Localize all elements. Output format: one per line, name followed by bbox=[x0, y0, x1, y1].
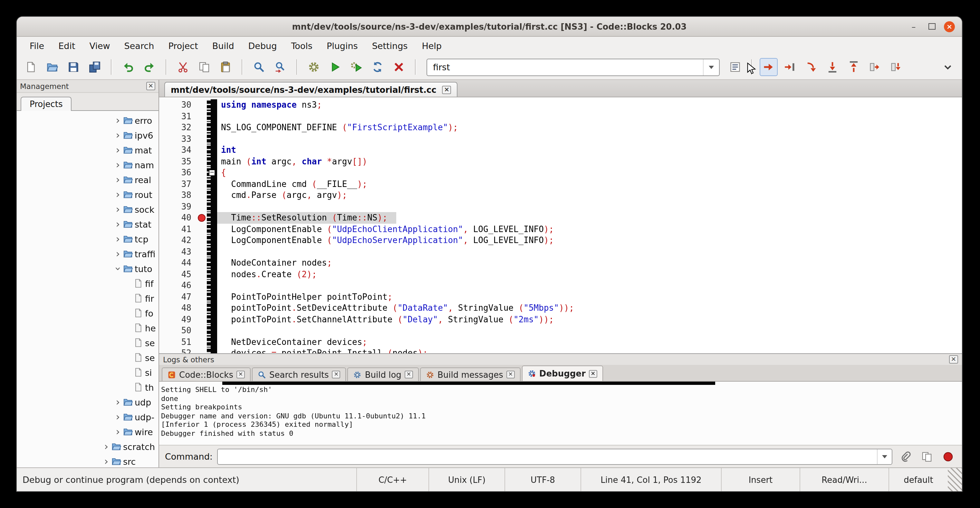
menu-project[interactable]: Project bbox=[162, 39, 204, 53]
next-line-button[interactable] bbox=[802, 58, 820, 76]
code-line[interactable]: 41 LogComponentEnable ("UdpEchoClientApp… bbox=[159, 223, 962, 235]
marker-margin[interactable] bbox=[197, 314, 207, 325]
command-input[interactable] bbox=[218, 452, 877, 461]
debug-continue-button[interactable] bbox=[760, 58, 778, 76]
tree-item[interactable]: ›stat bbox=[17, 217, 159, 231]
marker-margin[interactable] bbox=[197, 201, 207, 212]
marker-margin[interactable] bbox=[197, 167, 207, 178]
search-combobox[interactable]: first bbox=[426, 58, 720, 76]
marker-margin[interactable] bbox=[197, 99, 207, 111]
fold-margin[interactable] bbox=[207, 291, 217, 303]
tree-item[interactable]: ›rout bbox=[17, 187, 159, 202]
cut-button[interactable] bbox=[174, 58, 192, 76]
tree-item[interactable]: he bbox=[17, 320, 159, 335]
code-line[interactable]: 42 LogComponentEnable ("UdpEchoServerApp… bbox=[159, 235, 962, 246]
step-into-instruction-button[interactable] bbox=[887, 58, 905, 76]
marker-margin[interactable] bbox=[197, 156, 207, 167]
tree-item[interactable]: ›udp bbox=[17, 395, 159, 409]
undo-button[interactable] bbox=[119, 58, 137, 76]
tab-projects[interactable]: Projects bbox=[21, 97, 72, 111]
tree-item[interactable]: ›traffi bbox=[17, 246, 159, 261]
replace-button[interactable] bbox=[271, 58, 289, 76]
marker-margin[interactable] bbox=[197, 178, 207, 190]
marker-margin[interactable] bbox=[197, 257, 207, 269]
chevron-icon[interactable]: › bbox=[113, 397, 123, 407]
marker-margin[interactable] bbox=[197, 144, 207, 156]
fold-margin[interactable] bbox=[207, 235, 217, 246]
code-line[interactable]: 38 cmd.Parse (argc, argv); bbox=[159, 190, 962, 201]
log-tab-search-results[interactable]: Search results× bbox=[252, 368, 346, 381]
menu-build[interactable]: Build bbox=[206, 39, 241, 53]
debugger-output[interactable]: Setting SHELL to '/bin/sh'doneSetting br… bbox=[159, 382, 962, 445]
marker-margin[interactable] bbox=[197, 122, 207, 133]
tree-item[interactable]: ›mat bbox=[17, 142, 159, 157]
tree-item[interactable]: ›sock bbox=[17, 202, 159, 217]
next-instruction-button[interactable] bbox=[866, 58, 884, 76]
menu-view[interactable]: View bbox=[83, 39, 117, 53]
tree-item[interactable]: th bbox=[17, 380, 159, 395]
code-line[interactable]: 50 bbox=[159, 325, 962, 336]
code-line[interactable]: 30using namespace ns3; bbox=[159, 99, 962, 111]
editor-tab[interactable]: mnt/dev/tools/source/ns-3-dev/examples/t… bbox=[164, 82, 458, 97]
code-line[interactable]: 45 nodes.Create (2); bbox=[159, 269, 962, 280]
close-logs-icon[interactable]: × bbox=[949, 355, 958, 364]
save-button[interactable] bbox=[64, 58, 83, 76]
fold-margin[interactable] bbox=[207, 144, 217, 156]
menu-file[interactable]: File bbox=[23, 39, 51, 53]
chevron-icon[interactable]: › bbox=[113, 427, 123, 437]
run-to-cursor-button[interactable] bbox=[781, 58, 799, 76]
fold-margin[interactable] bbox=[207, 257, 217, 269]
chevron-icon[interactable]: › bbox=[113, 174, 123, 185]
menu-edit[interactable]: Edit bbox=[52, 39, 81, 53]
marker-margin[interactable] bbox=[197, 280, 207, 291]
fold-margin[interactable] bbox=[207, 347, 217, 353]
close-log-tab-icon[interactable]: × bbox=[405, 371, 413, 378]
tree-item[interactable]: ›tcp bbox=[17, 231, 159, 246]
marker-margin[interactable] bbox=[197, 212, 207, 223]
log-tab-debugger[interactable]: Debugger× bbox=[522, 366, 603, 381]
close-tab-icon[interactable]: × bbox=[442, 85, 451, 94]
marker-margin[interactable] bbox=[197, 303, 207, 314]
fold-margin[interactable] bbox=[207, 201, 217, 212]
fold-margin[interactable] bbox=[207, 99, 217, 111]
log-tab-code-blocks[interactable]: Code::Blocks× bbox=[162, 368, 251, 381]
code-line[interactable]: 37 CommandLine cmd (__FILE__); bbox=[159, 178, 962, 190]
code-line[interactable]: 35main (int argc, char *argv[]) bbox=[159, 156, 962, 167]
fold-marker-icon[interactable]: − bbox=[209, 170, 215, 176]
tree-item[interactable]: se bbox=[17, 350, 159, 365]
code-line[interactable]: 32NS_LOG_COMPONENT_DEFINE ("FirstScriptE… bbox=[159, 122, 962, 133]
marker-margin[interactable] bbox=[197, 325, 207, 336]
code-line[interactable]: 48 pointToPoint.SetDeviceAttribute ("Dat… bbox=[159, 303, 962, 314]
abort-build-button[interactable] bbox=[390, 58, 408, 76]
title-bar[interactable]: mnt/dev/tools/source/ns-3-dev/examples/t… bbox=[17, 17, 962, 37]
marker-margin[interactable] bbox=[197, 111, 207, 122]
tree-item[interactable]: ›udp- bbox=[17, 409, 159, 424]
code-line[interactable]: 44 NodeContainer nodes; bbox=[159, 257, 962, 269]
copy-log-button[interactable] bbox=[918, 448, 935, 465]
chevron-icon[interactable]: › bbox=[113, 204, 123, 214]
code-area[interactable]: 30using namespace ns3;3132NS_LOG_COMPONE… bbox=[159, 97, 962, 353]
chevron-icon[interactable]: › bbox=[102, 456, 111, 467]
new-file-button[interactable] bbox=[22, 58, 40, 76]
tree-item[interactable]: fo bbox=[17, 306, 159, 320]
fold-margin[interactable] bbox=[207, 314, 217, 325]
menu-debug[interactable]: Debug bbox=[242, 39, 283, 53]
tree-item[interactable]: si bbox=[17, 365, 159, 380]
build-button[interactable] bbox=[305, 58, 323, 76]
resize-grip-icon[interactable] bbox=[948, 468, 962, 491]
chevron-icon[interactable]: › bbox=[113, 159, 123, 170]
close-log-tab-icon[interactable]: × bbox=[237, 371, 245, 378]
build-and-run-button[interactable] bbox=[347, 58, 365, 76]
chevron-icon[interactable]: › bbox=[113, 219, 123, 229]
run-button[interactable] bbox=[326, 58, 344, 76]
marker-margin[interactable] bbox=[197, 246, 207, 257]
fold-margin[interactable] bbox=[207, 269, 217, 280]
chevron-icon[interactable]: › bbox=[113, 248, 123, 259]
menu-help[interactable]: Help bbox=[415, 39, 448, 53]
marker-margin[interactable] bbox=[197, 269, 207, 280]
chevron-icon[interactable]: › bbox=[113, 412, 123, 422]
fold-margin[interactable] bbox=[207, 336, 217, 347]
tree-item[interactable]: ›ipv6 bbox=[17, 127, 159, 142]
code-line[interactable]: 33 bbox=[159, 133, 962, 144]
marker-margin[interactable] bbox=[197, 190, 207, 201]
